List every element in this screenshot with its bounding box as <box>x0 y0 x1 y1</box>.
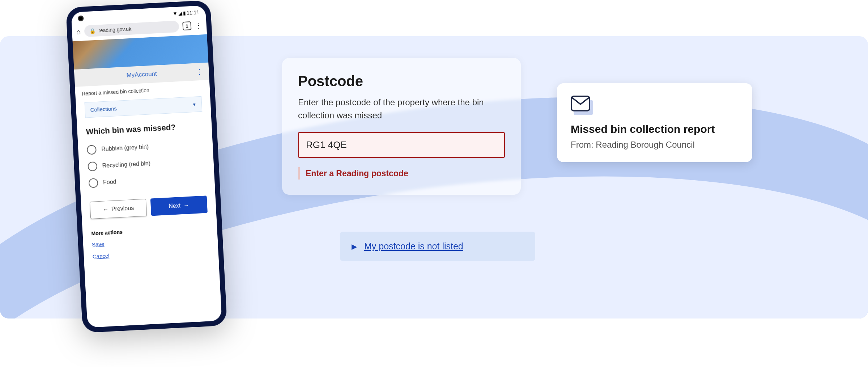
phone-frame: ▼ ◢ ▮ 11:11 ⌂ 🔒 reading.gov.uk 1 ⋮ MyAcc… <box>66 0 227 333</box>
arrow-right-icon: → <box>183 202 190 209</box>
notification-from: From: Reading Borough Council <box>571 140 739 150</box>
next-button[interactable]: Next → <box>150 195 208 216</box>
arrow-left-icon: ← <box>102 206 109 213</box>
error-message: Enter a Reading postcode <box>298 167 505 180</box>
postcode-instruction: Enter the postcode of the property where… <box>298 96 505 122</box>
postcode-not-listed-expander[interactable]: ▶ My postcode is not listed <box>340 232 535 261</box>
radio-label: Rubbish (grey bin) <box>101 144 149 153</box>
radio-group: Rubbish (grey bin) Recycling (red bin) F… <box>78 132 215 195</box>
postcode-card: Postcode Enter the postcode of the prope… <box>282 58 521 195</box>
previous-button[interactable]: ← Previous <box>90 199 147 219</box>
lock-icon: 🔒 <box>89 28 96 34</box>
radio-icon <box>87 145 97 155</box>
notification-title: Missed bin collection report <box>571 123 739 135</box>
url-text: reading.gov.uk <box>98 26 132 34</box>
tab-count[interactable]: 1 <box>182 21 191 30</box>
caret-down-icon: ▼ <box>192 102 197 107</box>
home-icon[interactable]: ⌂ <box>76 28 81 36</box>
radio-icon <box>88 161 97 171</box>
expander-label: My postcode is not listed <box>364 241 463 252</box>
phone-mockup: ▼ ◢ ▮ 11:11 ⌂ 🔒 reading.gov.uk 1 ⋮ MyAcc… <box>66 0 227 333</box>
battery-icon: ▮ <box>183 10 185 16</box>
signal-icon: ◢ <box>178 10 182 16</box>
app-menu-icon[interactable]: ⋮ <box>196 67 203 76</box>
app-title: MyAccount <box>126 70 157 79</box>
postcode-heading: Postcode <box>298 73 505 89</box>
phone-screen: ▼ ◢ ▮ 11:11 ⌂ 🔒 reading.gov.uk 1 ⋮ MyAcc… <box>71 5 222 328</box>
error-text: Enter a Reading postcode <box>306 169 408 178</box>
error-indicator <box>298 167 300 180</box>
radio-icon <box>89 178 98 188</box>
postcode-input[interactable] <box>298 132 505 158</box>
notification-card: Missed bin collection report From: Readi… <box>557 83 752 162</box>
mail-icon <box>571 96 593 115</box>
status-time: 11:11 <box>186 9 199 16</box>
wifi-icon: ▼ <box>173 10 177 17</box>
previous-label: Previous <box>111 205 134 212</box>
triangle-right-icon: ▶ <box>352 242 357 251</box>
dropdown-label: Collections <box>90 105 117 113</box>
url-bar[interactable]: 🔒 reading.gov.uk <box>84 21 179 37</box>
browser-menu-icon[interactable]: ⋮ <box>195 21 202 30</box>
radio-label: Food <box>103 178 116 186</box>
next-label: Next <box>169 202 181 210</box>
radio-label: Recycling (red bin) <box>102 160 150 169</box>
